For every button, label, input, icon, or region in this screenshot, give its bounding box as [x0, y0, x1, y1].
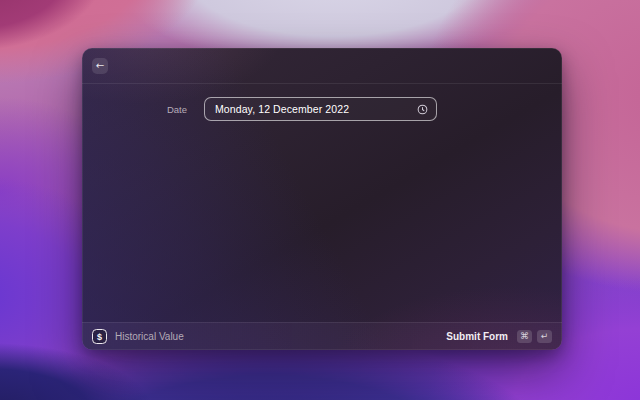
window-header: ← [82, 48, 562, 84]
date-field-label: Date [82, 104, 187, 115]
extension-info: $ Historical Value [92, 329, 184, 344]
back-arrow-icon: ← [96, 58, 104, 73]
date-field-value: Monday, 12 December 2022 [215, 103, 417, 115]
command-key-icon: ⌘ [517, 330, 532, 343]
action-bar: $ Historical Value Submit Form ⌘ ↵ [82, 322, 562, 350]
submit-form-label: Submit Form [446, 331, 508, 342]
submit-form-button[interactable]: Submit Form ⌘ ↵ [446, 330, 552, 343]
date-form-row: Date Monday, 12 December 2022 [82, 97, 562, 121]
date-picker-field[interactable]: Monday, 12 December 2022 [204, 97, 437, 121]
clock-icon [417, 104, 428, 115]
dollar-extension-icon: $ [92, 329, 107, 344]
raycast-window: ← Date Monday, 12 December 2022 $ [82, 48, 562, 350]
desktop-wallpaper: ← Date Monday, 12 December 2022 $ [0, 0, 640, 400]
return-key-icon: ↵ [537, 330, 552, 343]
back-button[interactable]: ← [92, 58, 108, 74]
dollar-glyph: $ [97, 332, 102, 342]
form-body: Date Monday, 12 December 2022 [82, 84, 562, 322]
extension-name: Historical Value [115, 331, 184, 342]
